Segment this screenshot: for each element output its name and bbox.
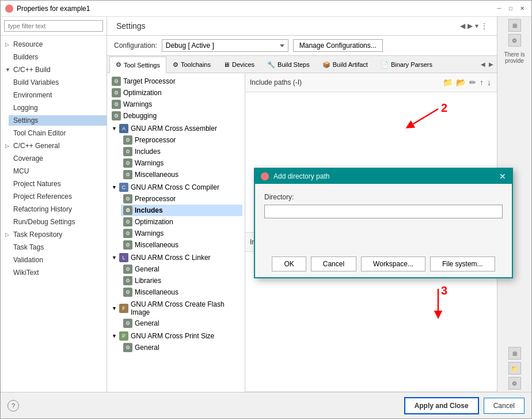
cancel-button[interactable]: Cancel [484,398,525,414]
stree-asm-includes[interactable]: ⚙ Includes [121,146,242,157]
tab-devices[interactable]: 🖥 Devices [217,56,261,73]
directory-label: Directory: [264,193,503,201]
title-bar-left: Properties for example1 [5,5,90,13]
include-paths-header: Include paths (-I) 📁 📂 ✏ ↑ ↓ [245,73,497,92]
sidebar-item-task-repo[interactable]: ▷Task Repository [1,228,107,241]
tab-toolchains[interactable]: ⚙ Toolchains [166,56,217,73]
dialog-workspace-button[interactable]: Workspace... [361,256,425,271]
sidebar-item-run-debug[interactable]: Run/Debug Settings [1,216,107,228]
stree-asm-misc[interactable]: ⚙ Miscellaneous [121,169,242,180]
sidebar-tree: ▷Resource Builders ▼C/C++ Build Build Va… [1,36,107,392]
sidebar-item-project-refs[interactable]: Project References [1,190,107,203]
sidebar-item-coverage[interactable]: Coverage [1,152,107,165]
sidebar-item-builders[interactable]: Builders [1,51,107,63]
dialog-close-button[interactable]: ✕ [499,172,506,180]
sidebar-item-toolchain-editor[interactable]: Tool Chain Editor [9,127,107,139]
sidebar-item-settings[interactable]: Settings [9,114,107,127]
nav-arrows: ◀ ▶ ▾ ⋮ [460,22,488,30]
gear-icon-9: ⚙ [123,194,132,203]
tab-build-artifact[interactable]: 📦 Build Artifact [316,56,374,73]
edit-include-path-button[interactable]: ✏ [468,77,477,88]
right-panel-icon-3[interactable]: ⊞ [508,347,521,360]
stree-cc-warnings[interactable]: ⚙ Warnings [121,228,242,239]
right-panel-icon-4[interactable]: 📁 [508,362,521,375]
stree-linker-misc[interactable]: ⚙ Miscellaneous [121,286,242,298]
dialog-title-bar: Add directory path ✕ [255,169,512,184]
include-paths-title: Include paths (-I) [250,78,302,86]
tab-tool-settings[interactable]: ⚙ Tool Settings [109,56,166,73]
back-icon[interactable]: ◀ [460,22,465,30]
stree-cc-misc[interactable]: ⚙ Miscellaneous [121,239,242,251]
sidebar-item-environment[interactable]: Environment [9,89,107,101]
move-up-include-button[interactable]: ↑ [478,77,485,88]
sidebar-item-refactoring[interactable]: Refactoring History [1,203,107,216]
stree-print-general[interactable]: ⚙ General [121,342,242,353]
help-button[interactable]: ? [7,400,19,412]
dialog-filesystem-button[interactable]: File system... [430,256,495,271]
directory-input[interactable] [264,205,503,218]
tab-build-steps[interactable]: 🔧 Build Steps [261,56,316,73]
add-include-path-button[interactable]: 📁 [442,77,454,88]
forward-icon[interactable]: ▶ [468,22,473,30]
stree-linker-header[interactable]: ▼ L GNU ARM Cross C Linker [109,252,242,263]
stree-print-header[interactable]: ▼ P GNU ARM Cross Print Size [109,330,242,342]
sidebar-item-resource[interactable]: ▷Resource [1,38,107,51]
close-icon[interactable]: ✕ [518,4,527,13]
gear-icon: ⚙ [112,77,121,86]
right-panel-text: There is provide [501,49,527,66]
move-down-include-button[interactable]: ↓ [486,77,492,88]
stree-c-compiler-header[interactable]: ▼ C GNU ARM Cross C Compiler [109,182,242,193]
stree-cc-preprocessor[interactable]: ⚙ Preprocessor [121,193,242,205]
sidebar-item-build-variables[interactable]: Build Variables [9,76,107,89]
sidebar-item-cpp-build[interactable]: ▼C/C++ Build [1,63,107,76]
maximize-icon[interactable]: □ [506,4,515,13]
stree-optimization[interactable]: ⚙ Optimization [109,87,242,99]
sidebar-item-logging[interactable]: Logging [9,101,107,114]
arrow-icon: ▷ [5,41,11,47]
stree-cc-includes[interactable]: ⚙ Includes [121,205,242,216]
dropdown-icon[interactable]: ▾ [475,22,478,30]
stree-cc-optimization[interactable]: ⚙ Optimization [121,216,242,228]
dialog-cancel-button[interactable]: Cancel [311,256,356,271]
stree-debugging[interactable]: ⚙ Debugging [109,110,242,122]
sidebar-item-project-natures[interactable]: Project Natures [1,178,107,190]
sidebar-item-cpp-general[interactable]: ▷C/C++ General [1,139,107,152]
filter-input[interactable] [4,20,103,32]
sidebar-item-validation[interactable]: Validation [1,254,107,266]
stree-linker-libraries[interactable]: ⚙ Libraries [121,275,242,286]
stree-flash-general[interactable]: ⚙ General [121,318,242,329]
stree-linker-general[interactable]: ⚙ General [121,263,242,275]
apply-close-button[interactable]: Apply and Close [404,397,479,414]
right-panel-icon-2[interactable]: ⚙ [508,34,521,47]
minimize-icon[interactable]: ─ [495,4,504,13]
gear-icon-4: ⚙ [112,111,121,120]
add-include-path-workspace-button[interactable]: 📂 [455,77,467,88]
expand-icon-asm: ▼ [112,126,117,131]
stree-flash-header[interactable]: ▼ F GNU ARM Cross Create Flash Image [109,299,242,318]
right-panel-icon-1[interactable]: ⊞ [508,19,521,32]
stree-assembler-header[interactable]: ▼ A GNU ARM Cross Assembler [109,123,242,134]
tab-scroll-right[interactable]: ▶ [488,60,495,69]
sidebar-item-mcu[interactable]: MCU [1,165,107,178]
config-select[interactable]: Debug [ Active ] [162,39,288,52]
stree-asm-preprocessor[interactable]: ⚙ Preprocessor [121,134,242,146]
right-panel-icon-5[interactable]: ⚙ [508,377,521,390]
filter-box [1,17,107,36]
sidebar-item-task-tags[interactable]: Task Tags [1,241,107,254]
gear-icon-2: ⚙ [112,88,121,97]
manage-configurations-button[interactable]: Manage Configurations... [293,39,383,52]
expand-icon-cpp: ▼ [112,184,117,190]
expand-icon: ▼ [5,67,11,73]
tab-scroll-left[interactable]: ◀ [480,60,487,69]
dialog-body: Directory: [255,184,512,228]
stree-asm-warnings[interactable]: ⚙ Warnings [121,157,242,169]
tab-binary-parsers[interactable]: 📄 Binary Parsers [374,56,439,73]
stree-group-assembler: ▼ A GNU ARM Cross Assembler ⚙ Preprocess… [109,123,242,180]
stree-target-processor[interactable]: ⚙ Target Processor [109,76,242,87]
sidebar-item-wikitext[interactable]: WikiText [1,266,107,279]
dialog-ok-button[interactable]: OK [272,256,306,271]
stree-warnings[interactable]: ⚙ Warnings [109,99,242,110]
dialog-footer: OK Cancel Workspace... File system... [255,251,512,277]
main-window: Properties for example1 ─ □ ✕ ▷Resource … [0,0,532,419]
menu-icon[interactable]: ⋮ [481,22,488,30]
